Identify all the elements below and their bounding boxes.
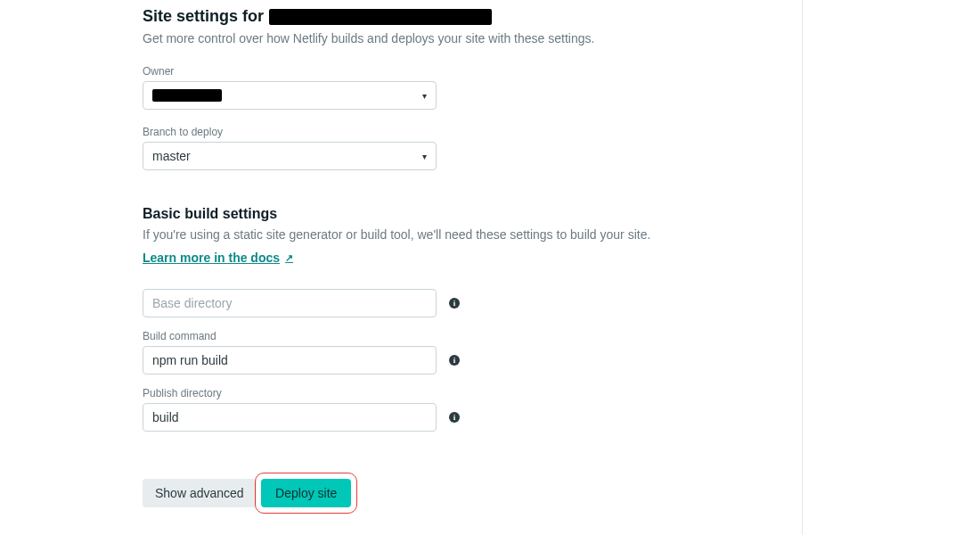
page-title-prefix: Site settings for [143, 7, 264, 26]
build-command-input[interactable]: npm run build [143, 346, 437, 374]
build-settings-section: Basic build settings If you're using a s… [143, 206, 766, 514]
chevron-down-icon: ▾ [422, 152, 427, 161]
redacted-owner-value [152, 89, 222, 102]
deploy-site-button[interactable]: Deploy site [261, 479, 351, 507]
chevron-down-icon: ▾ [422, 91, 427, 101]
deploy-highlight-annotation: Deploy site [255, 473, 357, 514]
publish-directory-row: build i [143, 403, 766, 432]
publish-directory-label: Publish directory [143, 387, 766, 399]
build-command-row: npm run build i [143, 346, 766, 374]
branch-selected-value: master [152, 149, 191, 163]
page-title: Site settings for [143, 7, 766, 26]
info-icon[interactable]: i [449, 298, 460, 309]
publish-directory-value: build [152, 410, 179, 424]
build-settings-heading: Basic build settings [143, 206, 766, 222]
owner-select[interactable]: ▾ [143, 81, 437, 110]
info-icon[interactable]: i [449, 355, 460, 366]
owner-label: Owner [143, 65, 766, 78]
info-icon[interactable]: i [449, 412, 460, 423]
external-link-icon: ↗ [285, 252, 293, 264]
build-command-value: npm run build [152, 353, 228, 367]
branch-field: Branch to deploy master ▾ [143, 126, 766, 170]
learn-more-docs-link[interactable]: Learn more in the docs ↗ [143, 251, 293, 265]
base-directory-input[interactable]: Base directory [143, 289, 437, 317]
owner-field: Owner ▾ [143, 65, 766, 110]
branch-select[interactable]: master ▾ [143, 142, 437, 170]
publish-directory-input[interactable]: build [143, 403, 437, 432]
site-settings-form: Site settings for Get more control over … [143, 7, 766, 514]
vertical-divider [802, 0, 803, 535]
page-subtitle: Get more control over how Netlify builds… [143, 31, 766, 45]
build-command-label: Build command [143, 330, 766, 342]
branch-label: Branch to deploy [143, 126, 766, 138]
show-advanced-button[interactable]: Show advanced [143, 479, 257, 507]
redacted-site-name [269, 9, 492, 25]
docs-link-text: Learn more in the docs [143, 251, 280, 265]
base-directory-placeholder: Base directory [152, 296, 232, 310]
base-directory-row: Base directory i [143, 289, 766, 317]
build-settings-desc: If you're using a static site generator … [143, 227, 766, 242]
